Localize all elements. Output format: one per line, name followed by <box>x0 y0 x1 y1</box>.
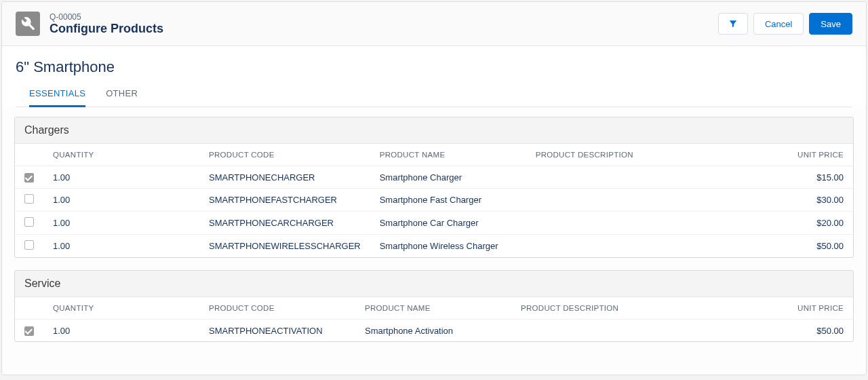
col-header-product-code: PRODUCT CODE <box>199 297 355 320</box>
col-header-quantity: QUANTITY <box>43 144 199 166</box>
filter-icon <box>728 19 738 28</box>
table-row: 1.00SMARTPHONEWIRELESSCHARGERSmartphone … <box>15 235 853 258</box>
subheader: 6" Smartphone ESSENTIALSOTHER <box>2 46 866 107</box>
col-header-select <box>15 297 43 320</box>
cell-price: $50.00 <box>772 320 853 342</box>
save-button[interactable]: Save <box>809 13 852 35</box>
cell-name: Smartphone Activation <box>355 320 511 342</box>
cell-code: SMARTPHONEFASTCHARGER <box>199 189 370 212</box>
cell-quantity: 1.00 <box>43 189 199 212</box>
cell-name: Smartphone Fast Charger <box>370 189 526 212</box>
col-header-product-code: PRODUCT CODE <box>199 144 370 166</box>
cell-description <box>511 320 772 342</box>
tabs: ESSENTIALSOTHER <box>16 88 852 107</box>
cell-description <box>526 166 772 189</box>
cell-description <box>526 235 772 258</box>
row-checkbox[interactable] <box>24 173 34 183</box>
cell-code: SMARTPHONEACTIVATION <box>199 320 355 342</box>
tab-other[interactable]: OTHER <box>106 88 138 107</box>
col-header-product-name: PRODUCT NAME <box>370 144 526 166</box>
row-checkbox[interactable] <box>24 194 34 204</box>
cell-price: $30.00 <box>772 189 853 212</box>
col-header-unit-price: UNIT PRICE <box>772 297 853 320</box>
cell-price: $15.00 <box>772 166 853 189</box>
cell-description <box>526 212 772 235</box>
product-title: 6" Smartphone <box>16 58 852 76</box>
col-header-quantity: QUANTITY <box>43 297 199 320</box>
page-title: Configure Products <box>50 22 163 36</box>
cell-quantity: 1.00 <box>43 320 199 342</box>
table-row: 1.00SMARTPHONECARCHARGERSmartphone Car C… <box>15 212 853 235</box>
page-header: Q-00005 Configure Products Cancel Save <box>2 2 866 46</box>
cell-code: SMARTPHONECARCHARGER <box>199 212 370 235</box>
cell-quantity: 1.00 <box>43 235 199 258</box>
group-header: Service <box>15 271 853 297</box>
cell-description <box>526 189 772 212</box>
col-header-product-description: PRODUCT DESCRIPTION <box>511 297 772 320</box>
title-block: Q-00005 Configure Products <box>50 12 163 36</box>
tab-essentials[interactable]: ESSENTIALS <box>29 88 85 107</box>
option-group: ChargersQUANTITYPRODUCT CODEPRODUCT NAME… <box>14 117 854 258</box>
cell-price: $20.00 <box>772 212 853 235</box>
filter-button[interactable] <box>718 13 748 35</box>
col-header-product-name: PRODUCT NAME <box>355 297 511 320</box>
cell-code: SMARTPHONECHARGER <box>199 166 370 189</box>
col-header-unit-price: UNIT PRICE <box>772 144 853 166</box>
row-checkbox[interactable] <box>24 240 34 250</box>
page-root: Q-00005 Configure Products Cancel Save 6… <box>1 1 867 375</box>
group-header: Chargers <box>15 117 853 144</box>
cancel-button[interactable]: Cancel <box>753 13 804 35</box>
content-area: ChargersQUANTITYPRODUCT CODEPRODUCT NAME… <box>2 107 866 375</box>
cell-name: Smartphone Charger <box>370 166 526 189</box>
cell-code: SMARTPHONEWIRELESSCHARGER <box>199 235 370 258</box>
col-header-product-description: PRODUCT DESCRIPTION <box>526 144 772 166</box>
option-group: ServiceQUANTITYPRODUCT CODEPRODUCT NAMEP… <box>14 270 854 342</box>
cell-quantity: 1.00 <box>43 166 199 189</box>
options-table: QUANTITYPRODUCT CODEPRODUCT NAMEPRODUCT … <box>15 144 853 257</box>
quote-id: Q-00005 <box>50 12 163 22</box>
wrench-icon <box>16 12 40 36</box>
table-row: 1.00SMARTPHONECHARGERSmartphone Charger$… <box>15 166 853 189</box>
options-table: QUANTITYPRODUCT CODEPRODUCT NAMEPRODUCT … <box>15 297 853 341</box>
row-checkbox[interactable] <box>24 326 34 336</box>
cell-quantity: 1.00 <box>43 212 199 235</box>
cell-name: Smartphone Wireless Charger <box>370 235 526 258</box>
col-header-select <box>15 144 43 166</box>
cell-price: $50.00 <box>772 235 853 258</box>
table-row: 1.00SMARTPHONEACTIVATIONSmartphone Activ… <box>15 320 853 342</box>
header-left: Q-00005 Configure Products <box>16 12 718 36</box>
header-actions: Cancel Save <box>718 13 852 35</box>
row-checkbox[interactable] <box>24 217 34 227</box>
table-row: 1.00SMARTPHONEFASTCHARGERSmartphone Fast… <box>15 189 853 212</box>
cell-name: Smartphone Car Charger <box>370 212 526 235</box>
